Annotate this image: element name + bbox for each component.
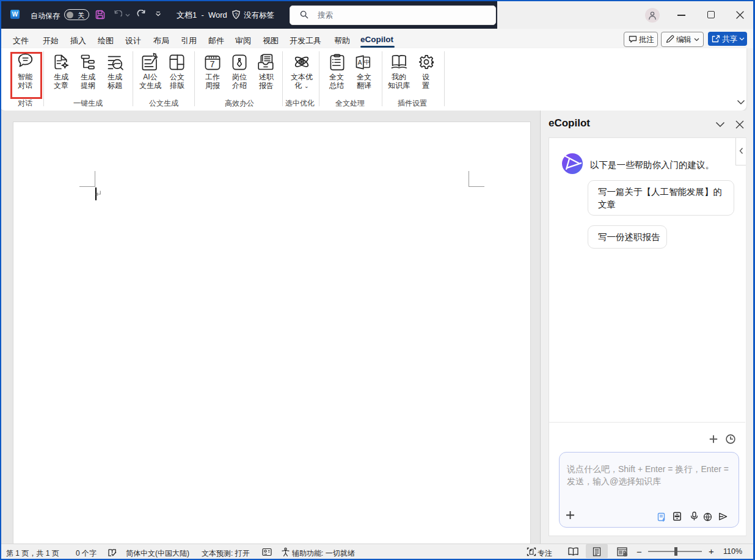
svg-text:7: 7 [210,59,215,69]
svg-text:A: A [358,59,362,66]
svg-text:中: 中 [364,59,370,65]
svg-text:?: ? [235,12,238,18]
